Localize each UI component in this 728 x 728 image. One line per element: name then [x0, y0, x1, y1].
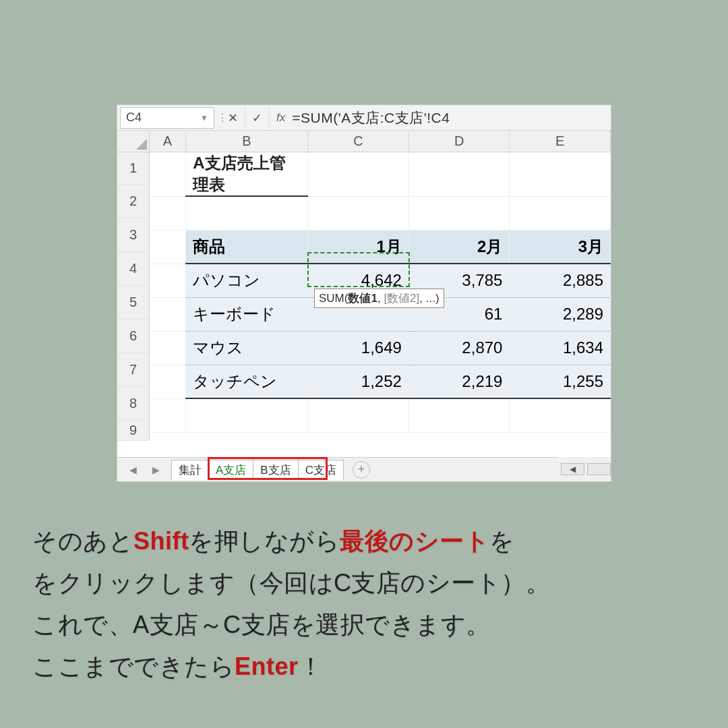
- excel-window: C4 ▼ ⋮ ✕ ✓ fx =SUM('A支店:C支店'!C4 A B C D …: [117, 104, 611, 482]
- formula-bar: C4 ▼ ⋮ ✕ ✓ fx =SUM('A支店:C支店'!C4: [117, 105, 611, 131]
- hscroll-track[interactable]: [587, 463, 611, 475]
- sheet-tab-c[interactable]: C支店: [298, 460, 344, 480]
- table-cell[interactable]: マウス: [186, 331, 308, 365]
- table-cell[interactable]: パソコン: [186, 264, 308, 297]
- row-header-7[interactable]: 7: [117, 353, 150, 387]
- name-box-dropdown-icon[interactable]: ▼: [200, 113, 208, 123]
- cancel-formula-button[interactable]: ✕: [221, 107, 245, 129]
- table-cell[interactable]: 2,870: [408, 331, 510, 365]
- row-header-9[interactable]: 9: [117, 421, 150, 441]
- select-all-corner[interactable]: [117, 131, 150, 152]
- table-header-product[interactable]: 商品: [186, 230, 308, 264]
- sheet-tab-a[interactable]: A支店: [208, 460, 253, 480]
- tooltip-arg1: 数値1: [348, 292, 377, 305]
- formula-input[interactable]: =SUM('A支店:C支店'!C4: [292, 109, 611, 127]
- spreadsheet-grid: A B C D E 1 2 3 4 5 6 7 8 9: [117, 131, 611, 457]
- col-header-E[interactable]: E: [510, 131, 611, 152]
- table-header-m3[interactable]: 3月: [510, 230, 611, 264]
- cell-title[interactable]: A支店売上管理表: [186, 152, 308, 196]
- instruction-text: そのあとShiftを押しながら最後のシートを をクリックします（今回はC支店のシ…: [32, 520, 706, 688]
- row-header-1[interactable]: 1: [117, 152, 150, 185]
- col-header-D[interactable]: D: [409, 131, 510, 152]
- tab-nav-next-icon[interactable]: ▶: [152, 464, 160, 475]
- table-cell[interactable]: 2,219: [408, 365, 510, 398]
- name-box-value: C4: [126, 111, 142, 125]
- table-cell[interactable]: 2,289: [510, 297, 611, 331]
- table-cell[interactable]: 1,634: [510, 331, 611, 365]
- fx-icon[interactable]: fx: [270, 111, 292, 125]
- name-box[interactable]: C4 ▼: [120, 107, 214, 129]
- table-cell[interactable]: 1,255: [510, 365, 611, 398]
- function-tooltip: SUM(数値1, [数値2], ...): [314, 289, 444, 308]
- table-cell[interactable]: 2,885: [510, 264, 611, 297]
- col-header-C[interactable]: C: [308, 131, 409, 152]
- table-cell[interactable]: タッチペン: [186, 365, 308, 398]
- cells-area[interactable]: A支店売上管理表 商品 1月 2月 3月 パソコン 4,642: [150, 152, 611, 457]
- enter-formula-button[interactable]: ✓: [245, 107, 270, 129]
- column-header-row: A B C D E: [117, 131, 611, 152]
- table-cell[interactable]: キーボード: [186, 297, 308, 331]
- table-header-m1[interactable]: 1月: [308, 230, 409, 264]
- row-header-4[interactable]: 4: [117, 252, 150, 286]
- row-headers: 1 2 3 4 5 6 7 8 9: [117, 152, 150, 457]
- row-header-5[interactable]: 5: [117, 286, 150, 320]
- table-header-m2[interactable]: 2月: [408, 230, 510, 264]
- hscroll-left-icon[interactable]: ◀: [561, 463, 584, 475]
- row-header-8[interactable]: 8: [117, 387, 150, 421]
- table-cell[interactable]: 1,649: [308, 331, 409, 365]
- row-header-3[interactable]: 3: [117, 218, 150, 252]
- table-cell[interactable]: 1,252: [308, 365, 409, 398]
- col-header-B[interactable]: B: [186, 131, 309, 152]
- tab-nav[interactable]: ◀ ▶: [117, 464, 171, 475]
- row-header-6[interactable]: 6: [117, 320, 150, 353]
- tab-nav-prev-icon[interactable]: ◀: [129, 464, 137, 475]
- row-header-2[interactable]: 2: [117, 185, 150, 218]
- hscroll[interactable]: ◀: [558, 457, 611, 481]
- sheet-tab-summary[interactable]: 集計: [171, 460, 209, 480]
- new-sheet-button[interactable]: +: [353, 461, 370, 479]
- col-header-A[interactable]: A: [150, 131, 186, 152]
- sheet-tabs-bar: ◀ ▶ 集計 A支店 B支店 C支店 + ◀: [117, 457, 611, 481]
- tooltip-fn: SUM(: [319, 292, 348, 305]
- tooltip-arg2: [数値2]: [384, 292, 419, 305]
- sheet-tab-b[interactable]: B支店: [253, 460, 298, 480]
